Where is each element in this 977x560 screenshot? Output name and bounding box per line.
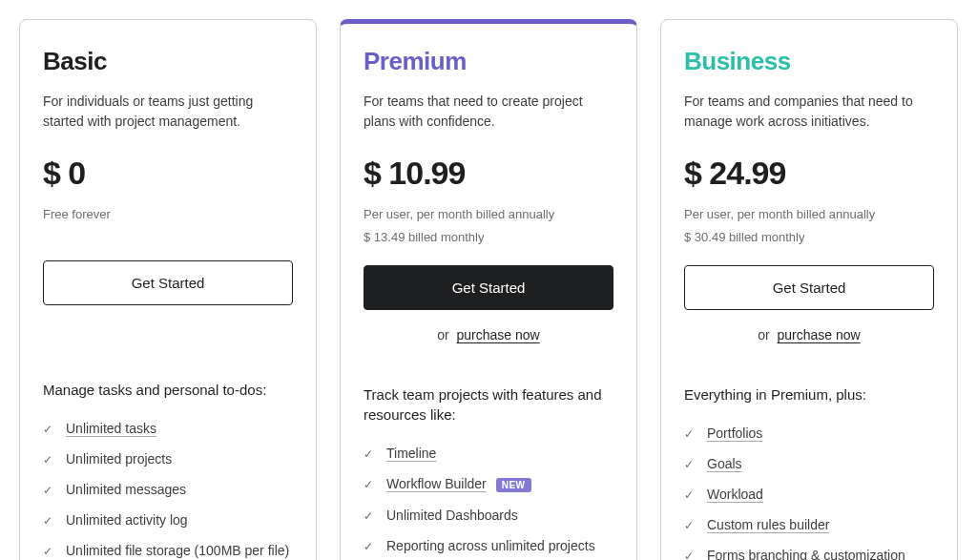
plan-desc: For individuals or teams just getting st… — [43, 92, 293, 132]
pricing-card-premium: Premium For teams that need to create pr… — [340, 19, 637, 560]
check-icon: ✓ — [684, 458, 694, 471]
new-badge: NEW — [496, 478, 531, 492]
check-icon: ✓ — [684, 427, 694, 441]
purchase-row: or purchase now — [364, 327, 613, 346]
price-note: $ 30.49 billed monthly — [684, 228, 934, 247]
feature-text[interactable]: Workflow Builder — [386, 476, 487, 491]
check-icon: ✓ — [364, 447, 373, 461]
price-note: Free forever — [43, 205, 293, 224]
check-icon: ✓ — [43, 545, 52, 558]
plan-title: Basic — [43, 47, 293, 76]
feature-item: ✓ Custom rules builder — [684, 517, 934, 532]
plan-desc: For teams and companies that need to man… — [684, 92, 934, 132]
get-started-button[interactable]: Get Started — [684, 265, 934, 310]
plan-title: Premium — [364, 47, 613, 76]
features-heading: Manage tasks and personal to-dos: — [43, 380, 293, 400]
feature-item: ✓ Reporting across unlimited projects — [364, 538, 613, 553]
feature-item: ✓ Workload — [684, 487, 934, 502]
feature-text: Unlimited Dashboards — [386, 508, 518, 523]
plan-price: $ 0 — [43, 155, 293, 192]
pricing-card-business: Business For teams and companies that ne… — [660, 19, 958, 560]
feature-text: Unlimited file storage (100MB per file) — [66, 543, 289, 558]
feature-item: ✓ Unlimited Dashboards — [364, 508, 613, 523]
feature-item: ✓ Forms branching & customization — [684, 548, 934, 560]
feature-text[interactable]: Timeline — [386, 446, 436, 461]
check-icon: ✓ — [43, 484, 52, 497]
feature-text[interactable]: Forms branching & customization — [707, 548, 905, 560]
plan-price: $ 10.99 — [364, 155, 613, 192]
check-icon: ✓ — [364, 509, 373, 523]
check-icon: ✓ — [684, 488, 694, 502]
price-note-block: Per user, per month billed annually $ 13… — [364, 205, 613, 246]
purchase-now-link[interactable]: purchase now — [457, 327, 540, 342]
pricing-grid: Basic For individuals or teams just gett… — [19, 19, 958, 560]
feature-text[interactable]: Goals — [707, 456, 742, 471]
feature-text[interactable]: Unlimited tasks — [66, 421, 156, 436]
feature-item: ✓ Unlimited activity log — [43, 512, 293, 528]
feature-item: ✓ Unlimited tasks — [43, 421, 293, 436]
check-icon: ✓ — [43, 423, 52, 436]
feature-text: Unlimited activity log — [66, 512, 188, 528]
features-heading: Everything in Premium, plus: — [684, 384, 934, 404]
feature-text: Reporting across unlimited projects — [386, 538, 595, 553]
features-list: ✓ Unlimited tasks ✓ Unlimited projects ✓… — [43, 421, 293, 558]
feature-text: Unlimited projects — [66, 451, 172, 467]
feature-text: Unlimited messages — [66, 482, 186, 497]
feature-text[interactable]: Custom rules builder — [707, 517, 829, 532]
plan-title: Business — [684, 47, 934, 76]
spacer — [43, 322, 293, 380]
check-icon: ✓ — [684, 519, 694, 532]
pricing-card-basic: Basic For individuals or teams just gett… — [19, 19, 317, 560]
get-started-button[interactable]: Get Started — [43, 260, 293, 305]
purchase-now-link[interactable]: purchase now — [778, 327, 861, 342]
purchase-or: or — [758, 327, 769, 342]
plan-price: $ 24.99 — [684, 155, 934, 192]
feature-item: ✓ Workflow Builder NEW — [364, 476, 613, 492]
check-icon: ✓ — [364, 478, 373, 491]
price-note-block: Free forever — [43, 205, 293, 241]
check-icon: ✓ — [684, 550, 694, 560]
check-icon: ✓ — [364, 540, 373, 553]
feature-item: ✓ Timeline — [364, 446, 613, 461]
feature-text[interactable]: Portfolios — [707, 425, 762, 441]
price-note: Per user, per month billed annually — [364, 205, 613, 224]
feature-item: ✓ Unlimited file storage (100MB per file… — [43, 543, 293, 558]
feature-item: ✓ Portfolios — [684, 425, 934, 441]
price-note: $ 13.49 billed monthly — [364, 228, 613, 247]
features-list: ✓ Portfolios ✓ Goals ✓ Workload ✓ Custom… — [684, 425, 934, 560]
purchase-row: or purchase now — [684, 327, 934, 346]
price-note-block: Per user, per month billed annually $ 30… — [684, 205, 934, 246]
get-started-button[interactable]: Get Started — [364, 265, 613, 310]
purchase-or: or — [437, 327, 448, 342]
feature-item: ✓ Unlimited messages — [43, 482, 293, 497]
plan-desc: For teams that need to create project pl… — [364, 92, 613, 132]
check-icon: ✓ — [43, 453, 52, 467]
price-note: Per user, per month billed annually — [684, 205, 934, 224]
feature-item: ✓ Unlimited projects — [43, 451, 293, 467]
features-heading: Track team projects with features and re… — [364, 384, 613, 425]
features-list: ✓ Timeline ✓ Workflow Builder NEW ✓ Unli… — [364, 446, 613, 553]
check-icon: ✓ — [43, 514, 52, 528]
feature-text[interactable]: Workload — [707, 487, 763, 502]
feature-item: ✓ Goals — [684, 456, 934, 471]
